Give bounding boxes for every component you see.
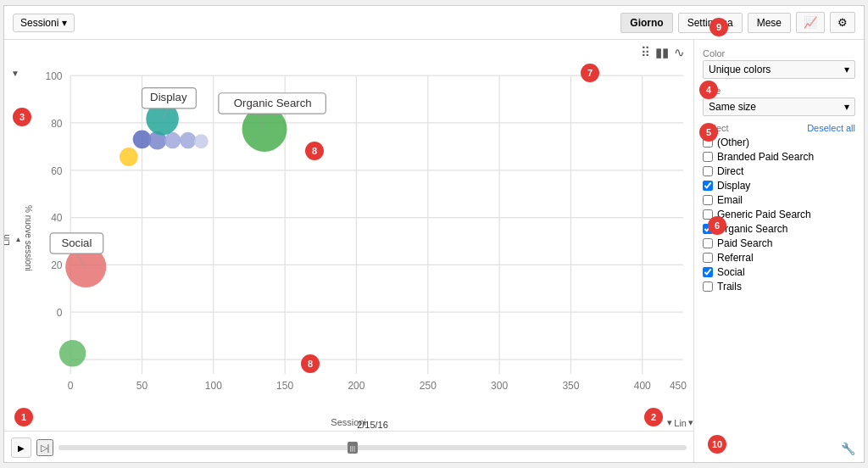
svg-text:100: 100 — [45, 70, 62, 82]
x-axis-toggle-arrow: ▾ — [688, 417, 693, 428]
checkbox-label-10: Trails — [717, 281, 742, 292]
badge-2: 2 — [644, 408, 663, 426]
line-chart-icon[interactable]: ∿ — [674, 45, 685, 60]
checkbox-label-5: Generic Paid Search — [717, 209, 811, 220]
checkbox-label-2: Direct — [717, 165, 743, 177]
badge-1: 1 — [14, 408, 33, 426]
checkbox-label-8: Referral — [717, 252, 754, 264]
svg-text:Social: Social — [61, 237, 92, 249]
chart-body: ▼ Lin ▾ % nuove sessioni — [4, 65, 693, 415]
chart-type-scatter-btn[interactable]: ⚙ — [830, 12, 855, 33]
svg-text:0: 0 — [57, 307, 63, 319]
checkbox-trails[interactable] — [703, 281, 713, 292]
x-axis-dropdown-arrow: ▾ — [667, 417, 672, 428]
bubble-blue-4[interactable] — [180, 132, 196, 148]
checkbox-item-email[interactable]: Email — [703, 194, 855, 206]
badge-4: 4 — [699, 81, 718, 99]
settings-wrench-icon[interactable]: 🔧 — [841, 442, 855, 455]
chart-top-controls: ⠿ ▮▮ ∿ — [4, 40, 693, 65]
timeline-handle[interactable]: ||| — [348, 442, 358, 454]
tab-giorno[interactable]: Giorno — [620, 13, 672, 33]
checkbox-direct[interactable] — [703, 166, 713, 176]
top-right-controls: Giorno Settimana Mese 📈 ⚙ — [620, 12, 855, 33]
badge-9: 9 — [709, 18, 728, 36]
checkbox-item-direct[interactable]: Direct — [703, 165, 855, 177]
session-dropdown[interactable]: Sessioni ▾ — [13, 14, 75, 32]
y-axis-toggle-label: Lin — [4, 235, 11, 246]
bar-chart-icon[interactable]: ▮▮ — [655, 45, 669, 60]
badge-6: 6 — [708, 216, 726, 235]
checkbox-item-social[interactable]: Social — [703, 266, 855, 278]
checkbox-item-display[interactable]: Display — [703, 180, 855, 192]
size-value: Same size — [709, 101, 756, 113]
y-axis-toggle-arrow: ▾ — [13, 236, 22, 245]
svg-text:0: 0 — [68, 380, 74, 392]
chart-svg: 100 80 60 40 20 0 0 50 100 150 200 250 3… — [30, 65, 693, 415]
timeline-bar[interactable]: ||| 2/15/16 — [58, 445, 687, 450]
badge-5: 5 — [699, 123, 718, 142]
chart-container: ⠿ ▮▮ ∿ ▼ Lin ▾ % nuove sessioni — [4, 40, 694, 462]
checkbox-item-generic-paid-search[interactable]: Generic Paid Search — [703, 209, 855, 220]
badge-10: 10 — [708, 435, 726, 454]
x-axis-row: Sessioni ▾ Lin ▾ — [4, 415, 693, 431]
play-button[interactable]: ▶ — [11, 437, 31, 458]
bubble-blue-3[interactable] — [164, 132, 181, 148]
svg-text:250: 250 — [420, 380, 437, 392]
x-axis-dropdown[interactable]: ▾ Lin ▾ — [667, 417, 693, 428]
svg-text:Organic Search: Organic Search — [234, 96, 312, 109]
checkbox-item-referral[interactable]: Referral — [703, 252, 855, 264]
color-value: Unique colors — [709, 64, 771, 75]
session-dropdown-arrow: ▾ — [62, 17, 67, 29]
color-section: Color Unique colors ▾ — [703, 48, 855, 79]
bubble-small-green[interactable] — [59, 340, 86, 367]
x-axis-toggle-label: Lin — [674, 418, 687, 428]
checkbox-item-branded-paid-search[interactable]: Branded Paid Search — [703, 151, 855, 163]
chart-type-line-btn[interactable]: 📈 — [796, 12, 825, 33]
svg-text:300: 300 — [491, 380, 508, 392]
svg-text:80: 80 — [51, 118, 63, 130]
checkbox-item-paid-search[interactable]: Paid Search — [703, 237, 855, 249]
tab-mese[interactable]: Mese — [748, 13, 791, 33]
main-container: Sessioni ▾ Giorno Settimana Mese 📈 ⚙ ⠿ ▮… — [3, 5, 865, 463]
checkbox-display[interactable] — [703, 181, 713, 191]
color-dropdown[interactable]: Unique colors ▾ — [703, 60, 855, 79]
checkbox-referral[interactable] — [703, 253, 713, 263]
y-axis-toggle[interactable]: Lin ▾ % nuove sessioni — [4, 205, 33, 275]
bubble-chart-icon[interactable]: ⠿ — [641, 45, 650, 60]
svg-text:450: 450 — [670, 380, 687, 392]
bubble-yellow[interactable] — [120, 148, 138, 166]
svg-text:400: 400 — [634, 380, 651, 392]
top-bar: Sessioni ▾ Giorno Settimana Mese 📈 ⚙ — [4, 6, 864, 40]
x-axis-label: Sessioni — [30, 415, 667, 431]
color-dropdown-arrow: ▾ — [844, 64, 849, 75]
svg-text:60: 60 — [51, 165, 63, 177]
color-label: Color — [703, 48, 855, 58]
step-forward-button[interactable]: ▷| — [36, 439, 53, 456]
checkbox-item-(other)[interactable]: (Other) — [703, 136, 855, 148]
checkbox-label-0: (Other) — [717, 136, 749, 148]
size-section: Size Same size ▾ — [703, 86, 855, 116]
svg-text:40: 40 — [51, 212, 63, 224]
y-axis-arrow[interactable]: ▼ — [11, 69, 19, 78]
svg-text:20: 20 — [51, 259, 63, 271]
checkbox-item-trails[interactable]: Trails — [703, 281, 855, 292]
timeline-date: 2/15/16 — [357, 420, 388, 430]
checkbox-label-9: Social — [717, 266, 745, 278]
checkbox-label-7: Paid Search — [717, 237, 772, 249]
checkbox-social[interactable] — [703, 267, 713, 277]
checkbox-branded-paid-search[interactable] — [703, 152, 713, 162]
select-header: Select Deselect all — [703, 123, 855, 133]
checkbox-label-3: Display — [717, 180, 750, 192]
right-panel: Color Unique colors ▾ Size Same size ▾ S… — [694, 40, 864, 462]
svg-text:200: 200 — [348, 380, 364, 392]
svg-text:350: 350 — [562, 380, 579, 392]
deselect-all-button[interactable]: Deselect all — [807, 123, 855, 133]
size-dropdown[interactable]: Same size ▾ — [703, 98, 855, 116]
main-area: ⠿ ▮▮ ∿ ▼ Lin ▾ % nuove sessioni — [4, 40, 864, 462]
svg-text:50: 50 — [136, 380, 148, 392]
checkbox-email[interactable] — [703, 195, 713, 205]
checkbox-paid-search[interactable] — [703, 238, 713, 248]
badge-7: 7 — [581, 64, 599, 82]
checkbox-list: (Other)Branded Paid SearchDirectDisplayE… — [703, 136, 855, 295]
bubble-blue-5[interactable] — [194, 134, 209, 148]
